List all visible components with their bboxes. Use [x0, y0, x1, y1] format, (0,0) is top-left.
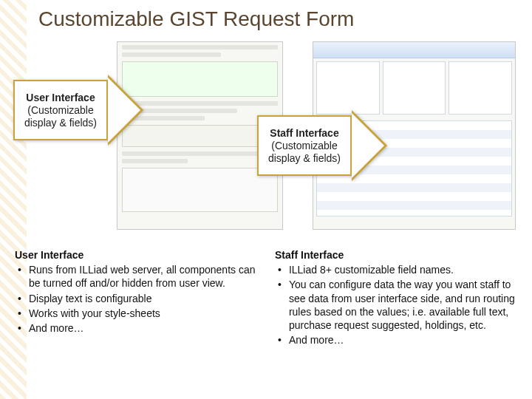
staff-interface-callout: Staff Interface (Customizable display & …	[257, 115, 352, 176]
user-interface-list: •Runs from ILLiad web server, all compon…	[15, 263, 257, 335]
staff-interface-list: •ILLiad 8+ customizable field names. •Yo…	[275, 263, 517, 347]
list-item: •ILLiad 8+ customizable field names.	[278, 263, 517, 276]
description-columns: User Interface •Runs from ILLiad web ser…	[15, 248, 517, 348]
callout-title: Staff Interface	[270, 127, 338, 139]
column-heading: User Interface	[15, 248, 257, 262]
arrow-right-icon	[108, 75, 143, 146]
diagram-area: User Interface (Customizable display & f…	[13, 41, 519, 233]
list-item: •Works with your style-sheets	[18, 307, 257, 320]
list-item: •And more…	[278, 333, 517, 347]
arrow-right-icon	[352, 110, 387, 181]
user-interface-column: User Interface •Runs from ILLiad web ser…	[15, 248, 257, 348]
list-item: •You can configure data the way you want…	[278, 278, 517, 332]
list-item: •And more…	[18, 321, 257, 335]
user-interface-callout: User Interface (Customizable display & f…	[13, 80, 108, 140]
slide-title: Customizable GIST Request Form	[38, 7, 354, 31]
list-item: •Display text is configurable	[18, 292, 257, 305]
list-item: •Runs from ILLiad web server, all compon…	[18, 263, 257, 290]
callout-subtitle: (Customizable display & fields)	[24, 104, 97, 129]
callout-subtitle: (Customizable display & fields)	[268, 140, 341, 164]
column-heading: Staff Interface	[275, 248, 517, 262]
staff-interface-column: Staff Interface •ILLiad 8+ customizable …	[275, 248, 517, 348]
callout-title: User Interface	[26, 92, 95, 103]
